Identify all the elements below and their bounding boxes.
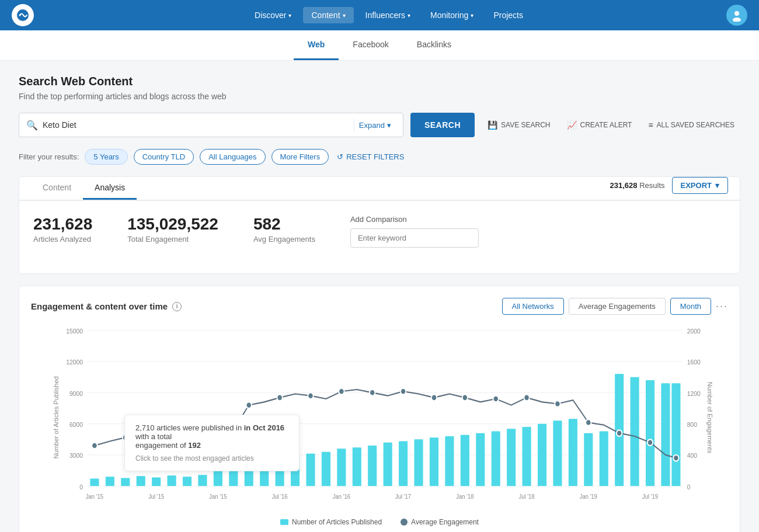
svg-rect-31 (229, 467, 238, 486)
filter-more[interactable]: More Filters (271, 149, 329, 165)
svg-point-63 (154, 436, 159, 443)
expand-button[interactable]: Expand ▾ (354, 119, 396, 132)
nav-item-projects[interactable]: Projects (485, 7, 531, 23)
chart-title: Engagement & content over time i (31, 301, 182, 311)
chart-legend: Number of Articles Published Average Eng… (31, 518, 728, 526)
svg-rect-60 (671, 383, 680, 486)
tab-content[interactable]: Content (31, 177, 83, 200)
avg-label: Avg Engagements (253, 235, 315, 244)
chevron-down-icon: ▾ (288, 12, 291, 19)
articles-label: Articles Analyzed (33, 235, 92, 244)
svg-point-1 (19, 15, 21, 16)
all-saved-searches-button[interactable]: ≡ ALL SAVED SEARCHES (642, 117, 740, 133)
svg-point-79 (647, 439, 653, 446)
svg-text:Jul '18: Jul '18 (519, 493, 535, 500)
svg-rect-38 (337, 448, 346, 486)
comparison-input[interactable] (350, 228, 479, 248)
articles-count: 231,628 (33, 215, 92, 234)
save-search-button[interactable]: 💾 SAVE SEARCH (482, 117, 556, 133)
svg-rect-48 (492, 431, 500, 486)
engagement-label: Total Engagement (127, 235, 218, 244)
svg-rect-55 (600, 431, 608, 486)
svg-rect-37 (322, 452, 330, 486)
search-input[interactable] (43, 120, 354, 130)
nav-item-content[interactable]: Content ▾ (303, 7, 353, 23)
legend-articles-label: Number of Articles Published (292, 518, 382, 526)
page-subtitle: Find the top performing articles and blo… (19, 92, 740, 101)
svg-rect-27 (168, 475, 176, 486)
chart-controls: All Networks Average Engagements Month ·… (502, 298, 728, 315)
nav-links: Discover ▾ Content ▾ Influencers ▾ Monit… (51, 7, 726, 23)
add-comparison: Add Comparison (350, 215, 726, 248)
search-icon: 🔍 (26, 120, 38, 131)
filter-languages[interactable]: All Languages (200, 149, 265, 165)
svg-rect-59 (661, 383, 670, 486)
content-tabs: Content Analysis 231,628 Results EXPORT … (19, 177, 740, 200)
filter-row: Filter your results: 5 Years Country TLD… (19, 149, 740, 165)
info-icon[interactable]: i (172, 302, 182, 311)
svg-text:6000: 6000 (69, 420, 83, 428)
action-buttons: 💾 SAVE SEARCH 📈 CREATE ALERT ≡ ALL SAVED… (482, 117, 740, 133)
svg-point-64 (184, 435, 190, 441)
more-options-button[interactable]: ··· (716, 300, 728, 312)
svg-point-70 (370, 390, 375, 396)
chart-header: Engagement & content over time i All Net… (31, 298, 728, 315)
nav-item-monitoring[interactable]: Monitoring ▾ (422, 7, 482, 23)
nav-item-influencers[interactable]: Influencers ▾ (357, 7, 419, 23)
svg-text:Jul '19: Jul '19 (642, 493, 658, 500)
tab-facebook[interactable]: Facebook (339, 30, 402, 60)
svg-rect-46 (461, 435, 469, 486)
svg-text:Jul '15: Jul '15 (148, 493, 164, 500)
chevron-down-icon: ▾ (471, 12, 473, 19)
tab-analysis[interactable]: Analysis (83, 177, 137, 200)
svg-text:Jul '17: Jul '17 (395, 493, 411, 500)
svg-point-80 (673, 455, 678, 461)
avatar[interactable] (726, 5, 747, 26)
filter-years[interactable]: 5 Years (85, 149, 127, 165)
svg-rect-32 (245, 461, 253, 486)
svg-rect-22 (90, 479, 99, 486)
stats-card: 231,628 Articles Analyzed 135,029,522 To… (19, 200, 740, 262)
chevron-down-icon: ▾ (343, 12, 346, 19)
month-button[interactable]: Month (670, 298, 711, 315)
svg-rect-50 (523, 427, 531, 486)
create-alert-button[interactable]: 📈 CREATE ALERT (561, 117, 638, 133)
average-engagements-button[interactable]: Average Engagements (569, 298, 666, 315)
svg-point-77 (586, 419, 591, 426)
svg-rect-54 (584, 433, 593, 486)
filter-country-tld[interactable]: Country TLD (134, 149, 194, 165)
logo[interactable] (12, 4, 34, 26)
tab-backlinks[interactable]: Backlinks (403, 30, 465, 60)
tab-web[interactable]: Web (294, 30, 339, 60)
chart-outer: Number of Articles Published 0 3000 6000… (31, 324, 728, 511)
svg-text:3000: 3000 (69, 452, 83, 460)
all-networks-button[interactable]: All Networks (502, 298, 564, 315)
svg-rect-29 (198, 475, 207, 486)
legend-articles: Number of Articles Published (280, 518, 382, 526)
svg-point-2 (734, 11, 739, 16)
svg-text:9000: 9000 (69, 390, 83, 397)
alert-icon: 📈 (567, 120, 577, 130)
svg-rect-51 (538, 424, 546, 486)
reset-filters-button[interactable]: ↺ RESET FILTERS (337, 152, 404, 161)
svg-rect-57 (631, 377, 639, 486)
sub-navigation: Web Facebook Backlinks (0, 30, 759, 61)
legend-engagement: Average Engagement (401, 518, 479, 526)
svg-rect-45 (445, 436, 454, 486)
svg-text:Jan '18: Jan '18 (456, 493, 473, 500)
nav-item-discover[interactable]: Discover ▾ (246, 7, 300, 23)
chevron-down-icon: ▾ (387, 121, 391, 130)
svg-rect-58 (646, 380, 654, 486)
legend-dot-icon (401, 519, 408, 526)
svg-rect-34 (276, 455, 284, 486)
svg-rect-40 (368, 446, 377, 486)
svg-point-66 (246, 402, 252, 408)
search-button[interactable]: SEARCH (410, 113, 475, 137)
svg-point-73 (462, 395, 468, 401)
svg-text:800: 800 (687, 420, 697, 428)
svg-point-74 (493, 396, 498, 402)
svg-text:1600: 1600 (687, 359, 701, 366)
stat-articles: 231,628 Articles Analyzed (33, 215, 92, 244)
svg-text:0: 0 (687, 483, 691, 491)
export-button[interactable]: EXPORT ▾ (672, 177, 728, 194)
